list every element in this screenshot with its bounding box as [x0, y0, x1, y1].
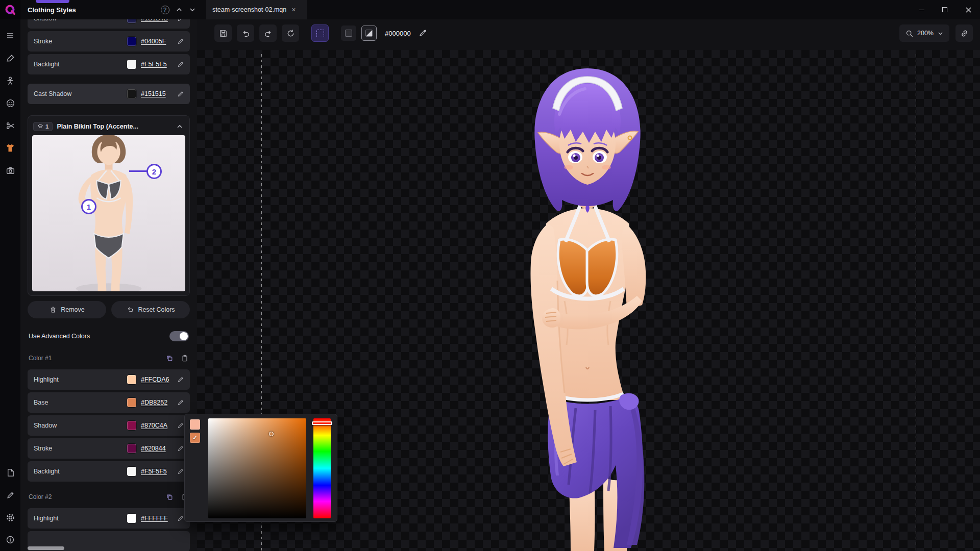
- color-hex-value[interactable]: #151515: [141, 90, 170, 97]
- reset-colors-button[interactable]: Reset Colors: [111, 301, 190, 318]
- edit-pencil-icon[interactable]: [177, 375, 185, 384]
- scissors-tool-icon[interactable]: [4, 119, 16, 132]
- edit-pencil-icon[interactable]: [177, 421, 185, 430]
- color-hex-value[interactable]: #DB8252: [141, 399, 170, 406]
- zoom-dropdown-icon[interactable]: [938, 31, 943, 36]
- artboard-guide-right: [916, 54, 916, 551]
- color-hex-value[interactable]: #FFFFFF: [141, 515, 170, 522]
- redo-icon: [264, 29, 273, 38]
- color-row-label: Stroke: [34, 38, 127, 45]
- color-swatch[interactable]: [127, 398, 136, 407]
- color-row-cast-shadow: Cast Shadow #151515: [28, 84, 190, 104]
- undo-button[interactable]: [237, 24, 254, 42]
- color-swatch[interactable]: [127, 375, 136, 384]
- window-controls: [910, 0, 980, 19]
- collapse-up-icon[interactable]: [174, 4, 185, 15]
- picker-hue-handle[interactable]: [312, 421, 332, 425]
- color-swatch[interactable]: [127, 421, 136, 430]
- copy-colors-icon[interactable]: [165, 493, 174, 501]
- save-button[interactable]: [214, 24, 232, 42]
- marquee-select-button[interactable]: [311, 24, 329, 42]
- color-hex-value[interactable]: #FFCDA6: [141, 376, 170, 383]
- color-hex-value[interactable]: #870C4A: [141, 422, 170, 429]
- eyedropper-icon[interactable]: [418, 29, 427, 38]
- remove-button[interactable]: Remove: [28, 301, 106, 318]
- advanced-colors-toggle[interactable]: [169, 331, 189, 341]
- clothing-tool-icon[interactable]: [4, 142, 16, 154]
- color-row-partial: Shadow #1B1B4B: [28, 19, 190, 29]
- refresh-icon: [286, 29, 295, 38]
- panel-horizontal-scrollbar[interactable]: [28, 546, 64, 550]
- color-row-label: Backlight: [34, 61, 127, 68]
- settings-gear-icon[interactable]: [4, 511, 16, 523]
- bg-color-hex[interactable]: #000000: [385, 30, 411, 37]
- zoom-control[interactable]: 200%: [899, 24, 949, 42]
- color-hex-value[interactable]: #F5F5F5: [141, 468, 170, 475]
- bg-solid-button[interactable]: [341, 26, 356, 41]
- color-swatch[interactable]: [127, 444, 136, 453]
- edit-pencil-icon[interactable]: [177, 398, 185, 407]
- color-hex-value[interactable]: #620844: [141, 445, 170, 452]
- menu-icon[interactable]: [4, 30, 16, 42]
- panel-title: Clothing Styles: [28, 0, 76, 19]
- app-logo-icon: [5, 4, 16, 15]
- color-swatch[interactable]: [127, 514, 136, 523]
- undo-icon: [241, 29, 250, 38]
- preview-marker-1[interactable]: 1: [81, 199, 96, 214]
- picker-sv-cursor[interactable]: [269, 432, 274, 436]
- tab-close-icon[interactable]: ×: [291, 6, 296, 13]
- split-square-icon: [365, 30, 373, 37]
- color-row-label: Shadow: [34, 19, 127, 22]
- color-hex-value[interactable]: #04005F: [141, 38, 170, 45]
- picker-swatch-current[interactable]: ✓: [190, 433, 200, 443]
- picker-sv-area[interactable]: [208, 418, 306, 518]
- color-swatch[interactable]: [127, 467, 136, 476]
- color-hex-value[interactable]: #F5F5F5: [141, 61, 170, 68]
- close-button[interactable]: [957, 0, 980, 19]
- edit-pencil-icon[interactable]: [177, 90, 185, 98]
- file-icon[interactable]: [4, 466, 16, 479]
- edit-pencil-icon[interactable]: [177, 60, 185, 68]
- reset-icon: [126, 306, 134, 314]
- pose-tool-icon[interactable]: [4, 74, 16, 87]
- edit-pencil-icon[interactable]: [177, 467, 185, 475]
- edit-pencil-icon[interactable]: [177, 19, 185, 22]
- edit-pencil-icon[interactable]: [177, 444, 185, 453]
- expression-tool-icon[interactable]: [4, 97, 16, 109]
- copy-colors-icon[interactable]: [165, 354, 174, 362]
- color-row-label: Cast Shadow: [34, 90, 127, 97]
- item-count-badge: 1: [33, 122, 53, 131]
- color-hex-value[interactable]: #1B1B4B: [141, 19, 170, 22]
- paste-clipboard-icon[interactable]: [181, 354, 189, 362]
- clothing-item-card: 1 Plain Bikini Top (Accente...: [28, 115, 190, 296]
- color-swatch[interactable]: [127, 60, 136, 69]
- color-swatch[interactable]: [127, 19, 136, 23]
- info-icon[interactable]: [4, 534, 16, 546]
- clothing-styles-panel: Shadow #1B1B4B Stroke #04005F Backlight …: [20, 19, 197, 551]
- picker-hue-slider[interactable]: [313, 418, 331, 518]
- redo-button[interactable]: [259, 24, 277, 42]
- collapse-chevron-icon[interactable]: [175, 122, 184, 131]
- color-swatch[interactable]: [127, 37, 136, 46]
- maximize-button[interactable]: [933, 0, 957, 19]
- bg-transparent-button[interactable]: [361, 26, 377, 41]
- link-button[interactable]: [955, 24, 973, 42]
- pencil-edit-icon[interactable]: [4, 489, 16, 501]
- camera-tool-icon[interactable]: [4, 164, 16, 177]
- minimize-button[interactable]: [910, 0, 933, 19]
- brush-tool-icon[interactable]: [4, 52, 16, 64]
- collapse-down-icon[interactable]: [187, 4, 198, 15]
- edit-pencil-icon[interactable]: [177, 514, 185, 522]
- canvas-toolbar: #000000: [214, 24, 427, 42]
- preview-marker-2[interactable]: 2: [146, 164, 162, 179]
- help-icon[interactable]: ?: [159, 4, 170, 15]
- layers-icon: [37, 123, 43, 130]
- picker-swatch-previous[interactable]: [190, 419, 200, 430]
- document-tab[interactable]: steam-screenshot-02.mqn ×: [206, 0, 307, 19]
- color-swatch[interactable]: [127, 89, 136, 98]
- character-artwork: [424, 61, 750, 551]
- refresh-button[interactable]: [282, 24, 299, 42]
- item-preview[interactable]: 2 1: [32, 135, 185, 291]
- edit-pencil-icon[interactable]: [177, 37, 185, 45]
- app-logo[interactable]: [0, 0, 20, 19]
